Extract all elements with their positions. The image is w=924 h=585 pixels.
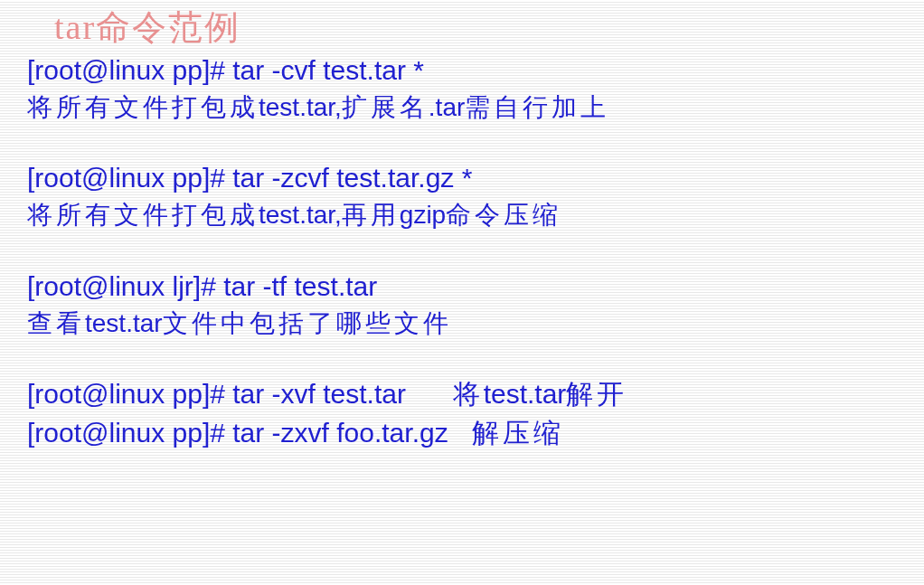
command-line-3: [root@linux ljr]# tar -tf test.tar xyxy=(27,269,897,304)
desc-text: 需自行加上 xyxy=(465,93,609,121)
slide-title: tar命令范例 xyxy=(54,5,897,51)
desc-text: 查看 xyxy=(27,309,85,337)
desc-latin: test.tar xyxy=(484,379,567,409)
command-line-1: [root@linux pp]# tar -cvf test.tar * xyxy=(27,52,897,88)
desc-text: 将 xyxy=(453,379,484,409)
description-1: 将所有文件打包成test.tar,扩展名.tar需自行加上 xyxy=(27,91,897,124)
desc-text: 命令压缩 xyxy=(446,201,561,229)
example-block-4: [root@linux pp]# tar -xvf test.tar 将test… xyxy=(27,376,897,450)
description-3: 查看test.tar文件中包括了哪些文件 xyxy=(27,307,897,340)
command-line-4b: [root@linux pp]# tar -zxvf foo.tar.gz 解压… xyxy=(27,415,897,450)
desc-text: 将所有文件打包成 xyxy=(27,201,259,229)
desc-text: 扩展名 xyxy=(342,93,429,121)
desc-text: 解开 xyxy=(566,379,627,409)
desc-latin: test.tar, xyxy=(259,201,342,229)
command-text: [root@linux pp]# tar -xvf test.tar xyxy=(27,379,406,409)
example-block-2: [root@linux pp]# tar -zcvf test.tar.gz *… xyxy=(27,160,897,231)
desc-latin: .tar xyxy=(429,93,465,121)
example-block-1: [root@linux pp]# tar -cvf test.tar * 将所有… xyxy=(27,52,897,124)
inline-description: 将test.tar解开 xyxy=(453,379,628,409)
inline-description: 解压缩 xyxy=(472,418,564,448)
command-line-4a: [root@linux pp]# tar -xvf test.tar 将test… xyxy=(27,376,897,411)
command-text: [root@linux pp]# tar -zxvf foo.tar.gz xyxy=(27,418,448,448)
desc-text: 将所有文件打包成 xyxy=(27,93,259,121)
desc-text: 文件中包括了哪些文件 xyxy=(163,309,452,337)
desc-text: 再用 xyxy=(342,201,400,229)
example-block-3: [root@linux ljr]# tar -tf test.tar 查看tes… xyxy=(27,269,897,340)
desc-latin: gzip xyxy=(400,201,446,229)
desc-latin: test.tar, xyxy=(259,93,342,121)
desc-latin: test.tar xyxy=(85,309,163,337)
command-line-2: [root@linux pp]# tar -zcvf test.tar.gz * xyxy=(27,160,897,195)
description-2: 将所有文件打包成test.tar,再用gzip命令压缩 xyxy=(27,199,897,231)
